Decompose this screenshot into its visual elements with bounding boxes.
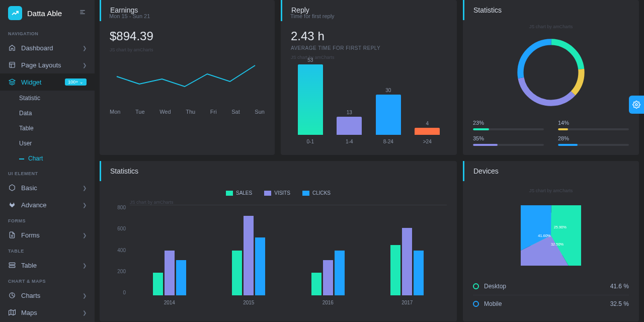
nav-dashboard[interactable]: Dashboard❯ xyxy=(0,39,95,56)
device-row-desktop: Desktop41.6 % xyxy=(473,278,629,295)
main-content: EarningsMon 15 - Sun 21 $894.39 JS chart… xyxy=(95,0,644,322)
svg-text:41.60%: 41.60% xyxy=(538,233,551,238)
chart-credit: JS chart by amCharts xyxy=(473,24,629,29)
pie-icon xyxy=(8,291,16,299)
reply-bar-chart: 530-1 131-4 308-24 4>24 xyxy=(291,64,447,144)
chevron-right-icon: ❯ xyxy=(83,62,87,68)
svg-text:25.90%: 25.90% xyxy=(554,225,567,229)
nav-sub-table[interactable]: Table xyxy=(0,121,95,136)
nav-advance[interactable]: Advance❯ xyxy=(0,196,95,213)
nav-table[interactable]: Table❯ xyxy=(0,257,95,274)
stat-progress-bars: 23% 14% 35% 28% xyxy=(473,120,629,146)
svg-marker-6 xyxy=(9,79,15,82)
layers-icon xyxy=(8,78,16,86)
device-list: Desktop41.6 % Mobile32.5 % xyxy=(473,278,629,312)
brand-logo-icon xyxy=(8,6,22,20)
chart-credit: JS chart by amCharts xyxy=(473,188,629,193)
card-title: Devices xyxy=(463,161,639,181)
card-title: Statistics xyxy=(100,161,457,181)
chevron-right-icon: ❯ xyxy=(83,263,87,268)
card-title: Statistics xyxy=(463,0,639,20)
svg-rect-10 xyxy=(9,266,15,268)
earnings-line-chart xyxy=(110,56,265,102)
nav-sub-chart[interactable]: Chart xyxy=(0,151,95,166)
nav-section-charts: CHART & MAPS xyxy=(0,274,95,287)
chart-credit: JS chart by amCharts xyxy=(110,47,265,52)
chevron-right-icon: ❯ xyxy=(83,232,87,238)
circle-icon xyxy=(473,283,479,289)
nav-maps[interactable]: Maps❯ xyxy=(0,304,95,321)
reply-label: AVERAGE TIME FOR FIRST REPLY xyxy=(291,45,447,51)
svg-text:32.50%: 32.50% xyxy=(551,242,564,247)
nav-forms[interactable]: Forms❯ xyxy=(0,226,95,244)
nav-sub-data[interactable]: Data xyxy=(0,106,95,121)
layout-icon xyxy=(8,61,16,69)
nav-charts[interactable]: Charts❯ xyxy=(0,287,95,304)
earnings-x-labels: MonTueWedThuFriSatSun xyxy=(110,109,265,115)
chart-legend: SALES VISITS CLICKS xyxy=(110,190,447,196)
grouped-bar-chart: 8006004002000 2014 2015 2016 2017 xyxy=(130,205,447,295)
server-icon xyxy=(8,261,16,269)
card-statistics-grouped: Statistics SALES VISITS CLICKS JS chart … xyxy=(100,161,457,321)
nav-widget[interactable]: Widget100+ ⌄ xyxy=(0,73,95,91)
chevron-right-icon: ❯ xyxy=(83,45,87,51)
card-title: ReplyTime for first reply xyxy=(281,0,457,21)
svg-marker-12 xyxy=(9,310,16,315)
box-icon xyxy=(8,184,16,192)
chevron-right-icon: ❯ xyxy=(83,310,87,315)
card-title: EarningsMon 15 - Sun 21 xyxy=(100,0,275,21)
svg-rect-9 xyxy=(9,263,15,265)
donut-chart xyxy=(473,32,629,113)
widget-badge: 100+ ⌄ xyxy=(65,78,87,86)
nav-section-ui: UI ELEMENT xyxy=(0,166,95,179)
card-statistics-donut: Statistics JS chart by amCharts 23% 14% … xyxy=(463,0,639,155)
card-earnings: EarningsMon 15 - Sun 21 $894.39 JS chart… xyxy=(100,0,275,155)
earnings-value: $894.39 xyxy=(110,29,265,43)
settings-tab-button[interactable] xyxy=(629,96,644,114)
file-icon xyxy=(8,231,16,239)
home-icon xyxy=(8,44,16,52)
brand-title: Datta Able xyxy=(27,9,62,18)
sidebar-collapse-icon[interactable] xyxy=(78,8,87,18)
chevron-right-icon: ❯ xyxy=(83,202,87,208)
card-devices: Devices JS chart by amCharts 41.60% 25.9… xyxy=(463,161,639,321)
sidebar: Datta Able NAVIGATION Dashboard❯ Page La… xyxy=(0,0,95,322)
circle-icon xyxy=(473,301,479,307)
chart-credit: JS chart by amCharts xyxy=(130,200,447,205)
nav-section-navigation: NAVIGATION xyxy=(0,26,95,39)
map-icon xyxy=(8,308,16,316)
svg-point-26 xyxy=(635,104,637,106)
brand[interactable]: Datta Able xyxy=(0,0,95,26)
nav-section-table: TABLE xyxy=(0,244,95,257)
gitlab-icon xyxy=(8,201,16,209)
device-row-mobile: Mobile32.5 % xyxy=(473,295,629,312)
nav-basic[interactable]: Basic❯ xyxy=(0,179,95,196)
nav-sub-statistic[interactable]: Statistic xyxy=(0,91,95,106)
chevron-right-icon: ❯ xyxy=(83,185,87,191)
reply-value: 2.43 h xyxy=(291,29,447,43)
svg-rect-3 xyxy=(10,62,15,68)
card-reply: ReplyTime for first reply 2.43 h AVERAGE… xyxy=(281,0,457,155)
chevron-right-icon: ❯ xyxy=(83,293,87,298)
nav-sub-user[interactable]: User xyxy=(0,136,95,151)
nav-section-forms: FORMS xyxy=(0,213,95,226)
nav-page-layouts[interactable]: Page Layouts❯ xyxy=(0,56,95,73)
devices-pie-chart: 41.60% 25.90% 32.50% xyxy=(473,205,629,266)
